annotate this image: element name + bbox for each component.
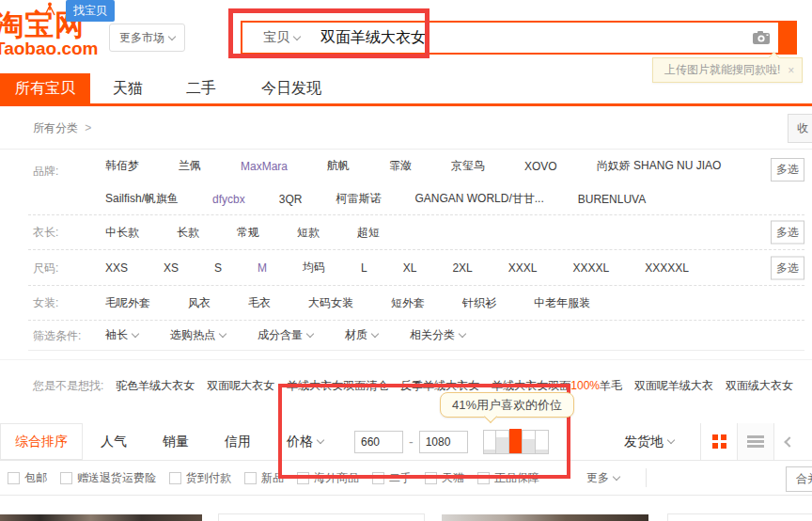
length-option[interactable]: 常规 <box>237 225 259 241</box>
checkbox[interactable] <box>8 472 20 484</box>
collapse-filters-button[interactable]: 收 <box>788 114 812 143</box>
search-button[interactable] <box>778 23 795 53</box>
dropdown-related-category[interactable]: 相关分类 <box>410 327 465 343</box>
tab-secondhand[interactable]: 二手 <box>165 73 237 103</box>
checkbox[interactable] <box>60 472 72 484</box>
product-card-image[interactable] <box>0 514 202 521</box>
multi-select-button[interactable]: 多选 <box>771 256 804 279</box>
price-histogram-bar[interactable] <box>536 430 549 454</box>
checkbox-new[interactable]: 新品 <box>244 470 284 486</box>
checkbox-cod[interactable]: 货到付款 <box>169 470 231 486</box>
breadcrumb[interactable]: 所有分类 > <box>33 120 91 136</box>
women-option[interactable]: 针织衫 <box>462 295 496 311</box>
price-histogram-bar-selected[interactable] <box>509 430 523 454</box>
list-view-button[interactable] <box>738 423 774 460</box>
product-card[interactable] <box>218 513 425 521</box>
size-option[interactable]: 均码 <box>303 260 325 276</box>
brand-option[interactable]: 柯雷斯诺 <box>336 191 381 207</box>
women-option[interactable]: 中老年服装 <box>534 295 590 311</box>
checkbox-overseas[interactable]: 海外商品 <box>297 470 359 486</box>
women-option[interactable]: 毛衣 <box>248 295 271 311</box>
women-option[interactable]: 风衣 <box>188 295 211 311</box>
search-input[interactable] <box>309 23 752 53</box>
suggestion-link[interactable]: 驼色羊绒大衣女 <box>116 378 195 394</box>
product-card[interactable] <box>667 513 812 521</box>
size-option[interactable]: XXXXXL <box>645 261 689 275</box>
dropdown-sleeve-length[interactable]: 袖长 <box>105 327 138 343</box>
price-histogram-slider[interactable] <box>483 430 549 454</box>
dropdown-composition[interactable]: 成分含量 <box>258 327 313 343</box>
multi-select-button[interactable]: 多选 <box>771 158 804 182</box>
size-option[interactable]: XS <box>164 261 179 275</box>
checkbox[interactable] <box>244 472 257 484</box>
suggestion-link[interactable]: 双面呢羊绒大衣 <box>634 378 713 394</box>
size-option[interactable]: XL <box>403 261 417 275</box>
size-option[interactable]: XXXL <box>508 261 538 275</box>
product-card-image[interactable] <box>442 514 648 521</box>
checkbox-free-shipping[interactable]: 包邮 <box>8 470 47 486</box>
suggestion-link[interactable]: 双面绒大衣女 <box>726 378 793 394</box>
more-markets-button[interactable]: 更多市场 <box>109 24 185 52</box>
checkbox[interactable] <box>297 472 309 484</box>
women-option[interactable]: 毛呢外套 <box>105 295 150 311</box>
price-histogram-bar[interactable] <box>523 430 536 454</box>
tab-today-discover[interactable]: 今日发现 <box>241 73 342 103</box>
checkbox-secondhand[interactable]: 二手 <box>372 470 412 486</box>
search-category-dropdown[interactable]: 宝贝 <box>242 23 309 53</box>
suggestion-link[interactable]: 双面呢大衣女 <box>207 378 274 394</box>
sort-popularity[interactable]: 人气 <box>83 434 145 450</box>
brand-option[interactable]: 3QR <box>279 193 303 206</box>
size-option[interactable]: XXS <box>105 261 128 275</box>
brand-option[interactable]: MaxMara <box>241 160 288 173</box>
checkbox-authentic[interactable]: 正品保障 <box>477 470 539 486</box>
women-option[interactable]: 大码女装 <box>308 295 353 311</box>
checkbox[interactable] <box>169 472 181 484</box>
size-option[interactable]: XXXXL <box>572 261 609 275</box>
brand-option[interactable]: XOVO <box>524 160 557 173</box>
brand-option[interactable]: 兰佩 <box>179 158 201 174</box>
tab-tmall[interactable]: 天猫 <box>92 73 164 103</box>
size-option[interactable]: L <box>361 261 367 275</box>
grid-view-button[interactable] <box>701 423 738 460</box>
brand-option[interactable]: 航帆 <box>327 158 350 174</box>
brand-option[interactable]: BURENLUVA <box>578 193 646 206</box>
tab-all-items[interactable]: 所有宝贝 <box>0 73 90 103</box>
sort-credit[interactable]: 信用 <box>207 434 269 450</box>
women-option[interactable]: 短外套 <box>391 295 425 311</box>
length-option[interactable]: 长款 <box>177 225 199 241</box>
size-option[interactable]: S <box>214 261 222 275</box>
checkbox[interactable] <box>477 472 490 484</box>
brand-option[interactable]: dfycbx <box>212 193 245 206</box>
brand-option[interactable]: 京玺鸟 <box>451 158 485 174</box>
price-histogram-bar[interactable] <box>496 430 509 454</box>
ship-from-dropdown[interactable]: 发货地 <box>624 434 674 450</box>
chevron-left-icon[interactable] <box>784 436 794 447</box>
merge-same-items-button[interactable]: 合并 <box>786 466 812 492</box>
brand-option[interactable]: 尚奴娇 SHANG NU JIAO <box>597 158 722 174</box>
close-icon[interactable]: × <box>788 64 794 77</box>
more-filters-dropdown[interactable]: 更多 <box>586 470 619 486</box>
price-histogram-bar[interactable] <box>483 430 496 454</box>
sort-sales[interactable]: 销量 <box>145 434 207 450</box>
checkbox-tmall[interactable]: 天猫 <box>425 470 464 486</box>
size-option[interactable]: M <box>258 261 267 275</box>
length-option[interactable]: 中长款 <box>105 225 139 241</box>
price-max-input[interactable] <box>419 431 468 453</box>
multi-select-button[interactable]: 多选 <box>771 221 804 245</box>
checkbox-return-insurance[interactable]: 赠送退货运费险 <box>60 470 156 486</box>
sort-composite[interactable]: 综合排序 <box>0 423 83 460</box>
checkbox[interactable] <box>372 472 384 484</box>
price-min-input[interactable] <box>354 431 403 453</box>
suggestion-link[interactable]: 羊绒大衣女双面清仓 <box>287 378 388 394</box>
size-option[interactable]: 2XL <box>452 261 472 275</box>
length-option[interactable]: 超短 <box>357 225 380 241</box>
brand-option[interactable]: 霏潋 <box>389 158 412 174</box>
length-option[interactable]: 短款 <box>297 225 320 241</box>
camera-icon[interactable] <box>752 30 771 45</box>
dropdown-material[interactable]: 材质 <box>345 327 378 343</box>
brand-option[interactable]: Sailfish/帆旗鱼 <box>105 191 179 207</box>
brand-option[interactable]: GANGAN WORLD/甘甘... <box>414 191 543 207</box>
sort-price-dropdown[interactable]: 价格 <box>269 434 341 450</box>
dropdown-hot-picks[interactable]: 选购热点 <box>170 327 226 343</box>
brand-option[interactable]: 韩佰梦 <box>105 158 139 174</box>
